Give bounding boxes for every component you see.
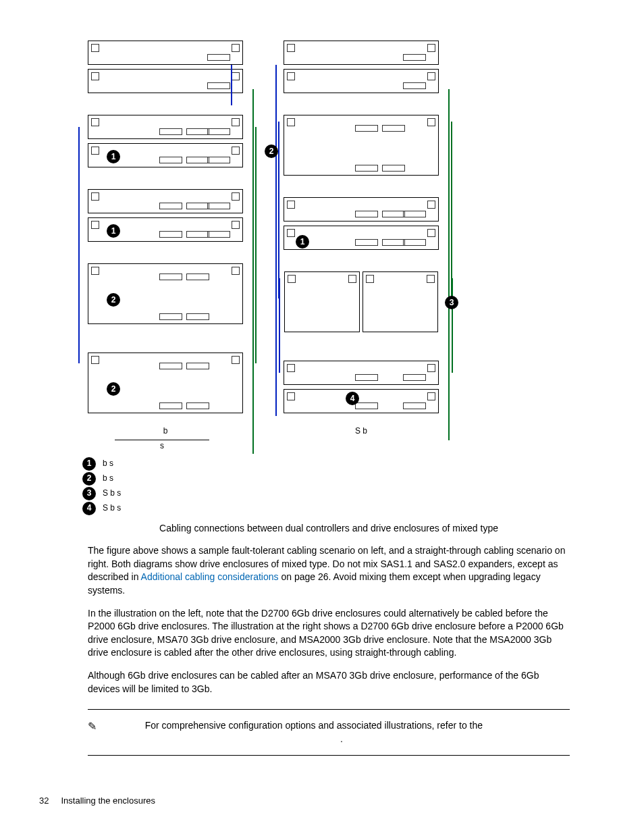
link-additional-cabling[interactable]: Additional cabling considerations (141, 571, 279, 582)
diagram-legend: 1 b s 2 b s 3 S b s 4 S b s (82, 457, 570, 515)
legend-text-4: S b s (103, 502, 121, 514)
footer-section: Installing the enclosures (61, 795, 155, 807)
legend-text-3: S b s (103, 488, 121, 499)
legend-callout-3: 3 (82, 487, 96, 500)
callout-1b-icon: 1 (107, 224, 120, 238)
enclosure-pair-2: 2 (88, 263, 243, 328)
legend-callout-2: 2 (82, 472, 96, 486)
note-label: NOTE: (113, 720, 142, 731)
enclosure-pair-1b: 1 (88, 189, 243, 246)
paragraph-3: Although 6Gb drive enclosures can be cab… (88, 669, 570, 696)
enclosure-pair-1: 1 (88, 115, 243, 172)
page-number: 32 (39, 795, 49, 807)
enclosure-pair-r3: 3 (284, 271, 438, 336)
enclosure-controller-b (88, 69, 243, 93)
callout-2b-icon: 2 (107, 382, 120, 396)
figure-caption: Cabling connections between dual control… (88, 522, 570, 536)
diagram-left-fault-tolerant: 1 1 2 2 b (88, 41, 243, 452)
callout-1-icon: 1 (107, 150, 120, 163)
legend-callout-1: 1 (82, 457, 96, 471)
callout-r4-icon: 4 (346, 392, 359, 405)
note-block: ✎ NOTE: For comprehensive configuration … (88, 709, 570, 756)
callout-r2-icon: 2 (265, 145, 278, 158)
enclosure-controller-a (88, 41, 243, 65)
enclosure-pair-r4: 4 (284, 361, 439, 417)
enclosure-controller-b-r (284, 69, 439, 93)
legend-title: s (115, 440, 209, 452)
note-end: . (113, 733, 570, 746)
enclosure-controller-a-r (284, 41, 439, 65)
enclosure-pair-2b: 2 (88, 353, 243, 417)
legend-callout-4: 4 (82, 502, 96, 515)
diagram-right-straight-through: 2 1 3 4 S (284, 41, 439, 452)
legend-text-2: b s (103, 473, 113, 484)
legend-text-1: b s (103, 458, 113, 469)
enclosure-pair-r2: 2 (284, 115, 439, 180)
note-text: For comprehensive configuration options … (145, 720, 483, 731)
right-sub: S b (355, 425, 367, 437)
callout-r1-icon: 1 (296, 235, 309, 249)
paragraph-1: The figure above shows a sample fault-to… (88, 544, 570, 597)
note-icon: ✎ (88, 719, 101, 734)
page-footer: 32 Installing the enclosures (39, 795, 155, 807)
enclosure-pair-r1: 1 (284, 197, 439, 254)
left-sub-b: b (163, 425, 168, 437)
paragraph-2: In the illustration on the left, note th… (88, 607, 570, 660)
callout-r3-icon: 3 (445, 296, 458, 309)
callout-2-icon: 2 (107, 293, 120, 307)
